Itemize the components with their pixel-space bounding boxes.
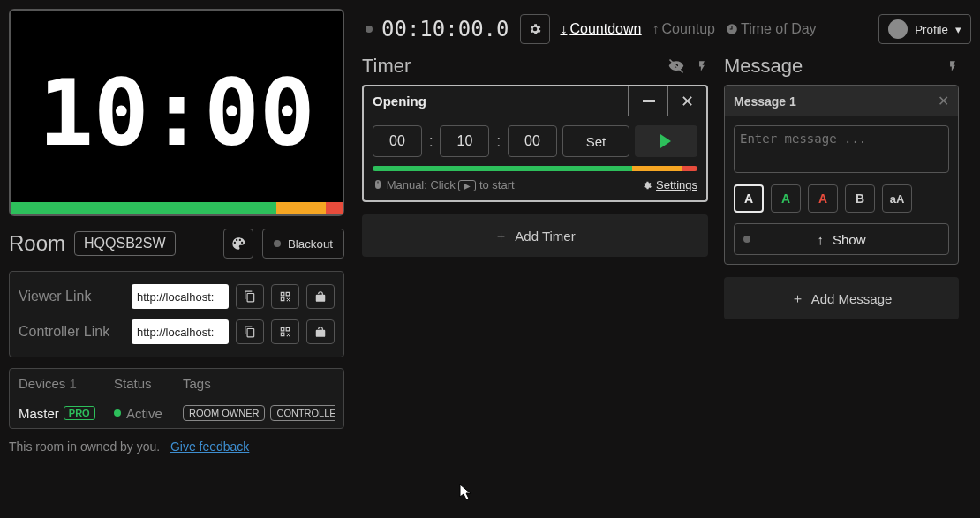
timer-heading: Timer — [362, 55, 411, 78]
color-white-button[interactable]: A — [734, 184, 764, 213]
close-message-button[interactable]: ✕ — [938, 93, 949, 109]
close-button[interactable]: ✕ — [667, 86, 706, 116]
devices-header: Devices — [19, 376, 65, 391]
status-dot — [743, 236, 750, 243]
tag-room-owner: ROOM OWNER — [183, 405, 265, 421]
play-icon — [660, 134, 671, 148]
lock-viewer-button[interactable] — [306, 284, 335, 309]
hint-text: Manual: Click ▶ to start — [373, 178, 515, 191]
device-status: Active — [126, 406, 162, 421]
qr-viewer-button[interactable] — [271, 284, 299, 309]
timer-progress-bar — [373, 166, 697, 171]
lock-controller-button[interactable] — [306, 319, 335, 344]
profile-button[interactable]: Profile ▾ — [878, 14, 971, 44]
message-card: Message 1 ✕ A A A B aA — [724, 85, 959, 265]
preview-time: 10:00 — [38, 59, 314, 167]
device-name: Master — [19, 406, 59, 421]
countdown-mode[interactable]: ↓ Countdown — [561, 21, 642, 37]
gear-icon — [528, 22, 542, 36]
status-header: Status — [114, 376, 183, 391]
status-dot — [366, 26, 373, 33]
copy-icon — [244, 290, 256, 303]
devices-count: 1 — [70, 376, 77, 391]
minimize-button[interactable] — [629, 86, 667, 116]
color-red-button[interactable]: A — [808, 184, 838, 213]
flash-icon[interactable] — [696, 58, 708, 74]
message-heading: Message — [724, 55, 803, 78]
devices-box: Devices 1 Status Tags Master PRO Active … — [9, 368, 344, 429]
room-label: Room — [9, 231, 65, 256]
controller-link-input[interactable] — [132, 319, 229, 344]
qr-icon — [279, 326, 291, 338]
tags-header: Tags — [183, 376, 211, 391]
palette-icon — [230, 236, 246, 251]
set-button[interactable]: Set — [562, 125, 629, 157]
room-code[interactable]: HQQSB2SW — [74, 231, 175, 256]
arrow-up-icon: ↑ — [652, 21, 659, 37]
message-textarea[interactable] — [734, 125, 949, 173]
blackout-label: Blackout — [288, 237, 333, 251]
profile-label: Profile — [915, 23, 948, 36]
unlock-icon — [314, 290, 327, 303]
gear-icon — [642, 180, 652, 191]
header-time: 00:10:00.0 — [381, 17, 509, 41]
countup-mode[interactable]: ↑ Countup — [652, 21, 715, 37]
color-green-button[interactable]: A — [771, 184, 801, 213]
controller-link-label: Controller Link — [19, 324, 124, 340]
avatar — [888, 19, 908, 39]
tod-mode[interactable]: Time of Day — [726, 21, 817, 37]
preview-display: 10:00 — [9, 9, 344, 216]
blackout-button[interactable]: Blackout — [262, 229, 344, 259]
copy-viewer-button[interactable] — [236, 284, 264, 309]
flash-icon[interactable] — [946, 58, 959, 74]
feedback-link[interactable]: Give feedback — [170, 439, 250, 454]
qr-controller-button[interactable] — [271, 319, 299, 344]
chevron-down-icon: ▾ — [955, 23, 961, 36]
minutes-input[interactable] — [440, 125, 489, 157]
timer-settings-link[interactable]: Settings — [642, 178, 697, 191]
qr-icon — [279, 290, 291, 303]
bold-button[interactable]: B — [845, 184, 875, 213]
palette-button[interactable] — [223, 229, 253, 259]
hours-input[interactable] — [373, 125, 422, 157]
preview-progress-bar — [11, 202, 343, 214]
message-title[interactable]: Message 1 — [734, 94, 938, 109]
status-dot — [274, 240, 281, 247]
viewer-link-input[interactable] — [132, 284, 229, 309]
arrow-down-icon: ↓ — [561, 21, 568, 37]
play-button[interactable] — [635, 125, 697, 157]
timer-card: Opening ✕ : : Set — [362, 85, 708, 202]
show-button[interactable]: ↑ Show — [734, 223, 949, 255]
settings-button[interactable] — [520, 14, 550, 44]
copy-icon — [244, 326, 256, 338]
tag-controller: CONTROLLER — [270, 405, 335, 421]
links-box: Viewer Link Controller Link — [9, 271, 344, 357]
arrow-up-icon: ↑ — [817, 232, 824, 247]
visibility-off-icon[interactable] — [667, 57, 685, 75]
cursor-icon — [459, 484, 473, 501]
copy-controller-button[interactable] — [236, 319, 264, 344]
mouse-icon — [373, 179, 383, 190]
add-message-button[interactable]: ＋ Add Message — [724, 277, 959, 319]
clock-icon — [726, 23, 738, 35]
viewer-link-label: Viewer Link — [19, 289, 124, 304]
owner-text: This room in owned by you. — [9, 439, 160, 454]
pro-badge: PRO — [64, 406, 95, 420]
device-row: Master PRO Active ROOM OWNER CONTROLLER — [10, 398, 343, 428]
unlock-icon — [314, 326, 327, 338]
timer-title[interactable]: Opening — [364, 86, 629, 116]
plus-icon: ＋ — [494, 228, 508, 244]
caps-button[interactable]: aA — [882, 184, 912, 213]
add-timer-button[interactable]: ＋ Add Timer — [362, 214, 708, 257]
plus-icon: ＋ — [791, 290, 804, 307]
seconds-input[interactable] — [508, 125, 557, 157]
active-dot-icon — [114, 409, 121, 417]
